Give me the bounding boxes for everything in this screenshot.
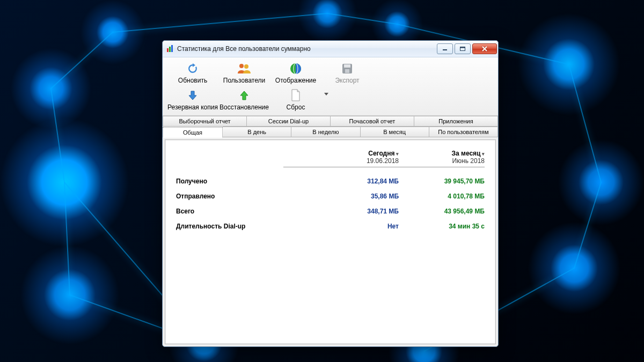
svg-line-6 <box>574 182 601 268</box>
svg-rect-12 <box>169 47 171 52</box>
tab-general[interactable]: Общая <box>163 127 223 138</box>
row-sent-month: 4 010,78 МБ <box>399 193 485 200</box>
row-received-label: Получено <box>176 178 313 185</box>
row-dialup-label: Длительность Dial-up <box>176 223 313 230</box>
svg-line-0 <box>51 88 64 182</box>
users-icon <box>218 62 270 76</box>
row-sent-today: 35,86 МБ <box>313 193 399 200</box>
row-dialup-duration: Длительность Dial-up Нет 34 мин 35 с <box>176 219 485 234</box>
svg-line-1 <box>51 32 113 88</box>
users-label: Пользователи <box>218 77 270 84</box>
column-today[interactable]: Сегодня 19.06.2018 <box>313 150 399 165</box>
svg-line-2 <box>113 13 327 32</box>
tab-per-day[interactable]: В день <box>223 127 291 137</box>
report-panel: Сегодня 19.06.2018 За месяц Июнь 2018 По… <box>165 139 496 344</box>
display-icon <box>270 62 321 76</box>
refresh-button[interactable]: Обновить <box>167 61 218 86</box>
arrow-up-icon <box>218 88 270 102</box>
minimize-button[interactable] <box>437 43 453 54</box>
tab-per-user[interactable]: По пользователям <box>429 127 498 137</box>
app-icon <box>166 45 174 53</box>
row-received-month: 39 945,70 МБ <box>399 178 485 185</box>
reset-label: Сброс <box>270 104 321 111</box>
document-icon <box>270 88 321 102</box>
tab-selective-report[interactable]: Выборочный отчет <box>163 116 247 127</box>
backup-label: Резервная копия <box>167 104 218 111</box>
refresh-icon <box>167 62 218 76</box>
display-button[interactable]: Отображение <box>270 61 321 86</box>
desktop-wallpaper: Статистика для Все пользователи суммарно… <box>0 0 644 362</box>
svg-rect-23 <box>345 69 349 73</box>
column-month-date: Июнь 2018 <box>399 157 485 165</box>
column-month[interactable]: За месяц Июнь 2018 <box>399 150 485 165</box>
column-today-date: 19.06.2018 <box>313 157 399 165</box>
window-title: Статистика для Все пользователи суммарно <box>177 45 311 53</box>
backup-button[interactable]: Резервная копия <box>167 87 218 113</box>
tab-dialup-sessions[interactable]: Сессии Dial-up <box>247 116 331 127</box>
svg-line-3 <box>327 13 397 24</box>
display-label: Отображение <box>270 77 321 84</box>
tab-hourly-report[interactable]: Почасовой отчет <box>331 116 414 127</box>
toolbar-overflow-button[interactable] <box>321 87 331 96</box>
row-dialup-month: 34 мин 35 с <box>399 223 485 230</box>
save-icon <box>321 62 373 76</box>
header-separator <box>283 167 485 167</box>
titlebar[interactable]: Статистика для Все пользователи суммарно <box>163 41 498 57</box>
close-button[interactable] <box>472 43 497 54</box>
row-sent-label: Отправлено <box>176 193 313 200</box>
refresh-label: Обновить <box>167 77 218 84</box>
column-month-title: За месяц <box>399 150 485 157</box>
users-button[interactable]: Пользователи <box>218 61 270 86</box>
svg-line-5 <box>569 64 601 182</box>
reset-button[interactable]: Сброс <box>270 87 321 113</box>
column-today-title: Сегодня <box>313 150 399 157</box>
maximize-button[interactable] <box>455 43 471 54</box>
row-dialup-today: Нет <box>313 223 399 230</box>
svg-rect-16 <box>460 47 465 48</box>
tab-strip: Выборочный отчет Сессии Dial-up Почасово… <box>163 116 498 137</box>
arrow-down-icon <box>167 88 218 102</box>
restore-label: Восстановление <box>218 104 270 111</box>
row-total-today: 348,71 МБ <box>313 208 399 215</box>
tab-applications[interactable]: Приложения <box>414 116 498 127</box>
export-button[interactable]: Экспорт <box>321 61 373 86</box>
toolbar: Обновить Пользователи Отображение Экспор… <box>163 57 498 116</box>
row-received: Получено 312,84 МБ 39 945,70 МБ <box>176 174 485 189</box>
row-total-label: Всего <box>176 208 313 215</box>
svg-rect-11 <box>167 48 169 52</box>
export-label: Экспорт <box>321 77 373 84</box>
svg-rect-13 <box>171 45 173 52</box>
svg-rect-22 <box>344 64 350 68</box>
svg-line-7 <box>64 182 70 295</box>
tab-per-month[interactable]: В месяц <box>361 127 429 137</box>
svg-rect-14 <box>443 49 447 50</box>
svg-point-18 <box>244 64 248 69</box>
tab-per-week[interactable]: В неделю <box>291 127 360 137</box>
row-sent: Отправлено 35,86 МБ 4 010,78 МБ <box>176 189 485 204</box>
row-received-today: 312,84 МБ <box>313 178 399 185</box>
restore-button[interactable]: Восстановление <box>218 87 270 113</box>
row-total: Всего 348,71 МБ 43 956,49 МБ <box>176 204 485 219</box>
svg-point-17 <box>239 64 244 68</box>
row-total-month: 43 956,49 МБ <box>399 208 485 215</box>
statistics-window: Статистика для Все пользователи суммарно… <box>162 40 499 347</box>
